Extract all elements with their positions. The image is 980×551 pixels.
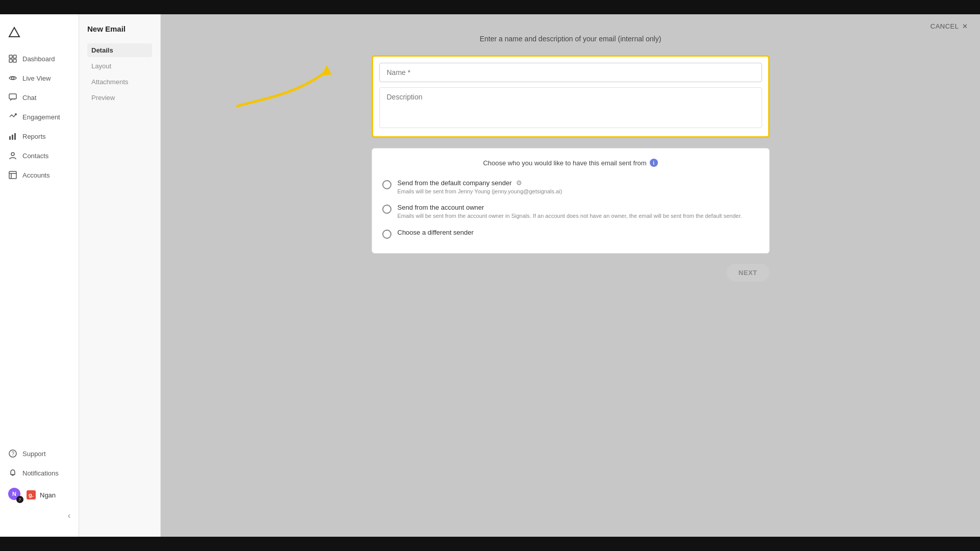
sidebar-bottom: ? Support Notifications N 7	[0, 444, 79, 529]
accounts-icon	[8, 170, 17, 180]
sidebar-item-support[interactable]: ? Support	[0, 444, 79, 463]
cancel-label: CANCEL	[930, 22, 959, 30]
next-button[interactable]: NEXT	[726, 264, 770, 282]
svg-rect-10	[14, 133, 16, 140]
panel-steps: Details Layout Attachments Preview	[87, 43, 152, 105]
sidebar-item-contacts[interactable]: Contacts	[0, 146, 79, 165]
radio-circle-different	[382, 230, 391, 239]
sender-subtitle: Choose who you would like to have this e…	[382, 159, 759, 167]
highlighted-box	[372, 55, 770, 138]
radio-circle-account-owner	[382, 205, 391, 214]
collapse-icon: ‹	[68, 511, 70, 520]
sidebar-label-live-view: Live View	[22, 74, 51, 82]
question-icon: ?	[8, 449, 17, 458]
sidebar-item-reports[interactable]: Reports	[0, 127, 79, 146]
name-input[interactable]	[379, 63, 762, 82]
chat-icon	[8, 93, 17, 102]
sidebar-label-engagement: Engagement	[22, 113, 60, 121]
sidebar-label-reports: Reports	[22, 133, 46, 140]
sidebar-item-dashboard[interactable]: Dashboard	[0, 49, 79, 68]
radio-desc-default: Emails will be sent from Jenny Young (je…	[398, 188, 562, 195]
step-layout[interactable]: Layout	[87, 59, 152, 73]
eye-icon	[8, 73, 17, 83]
radio-label-default: Send from the default company sender ⚙	[398, 179, 562, 187]
radio-label-account-owner: Send from the account owner	[398, 204, 742, 211]
svg-point-5	[12, 77, 14, 80]
sidebar-label-notifications: Notifications	[22, 469, 59, 477]
next-btn-row: NEXT	[372, 264, 770, 282]
step-attachments[interactable]: Attachments	[87, 75, 152, 89]
avatar-badge: 7	[16, 496, 23, 503]
svg-rect-4	[13, 59, 16, 62]
cancel-button[interactable]: CANCEL ✕	[930, 22, 968, 30]
sidebar-item-notifications[interactable]: Notifications	[0, 463, 79, 483]
form-area: Enter a name and description of your ema…	[372, 35, 770, 282]
cancel-icon: ✕	[962, 22, 968, 30]
svg-rect-9	[12, 135, 13, 140]
user-name: Ngan	[40, 491, 56, 499]
radio-label-group-different: Choose a different sender	[398, 229, 474, 236]
logo[interactable]	[0, 22, 79, 49]
sender-section: Choose who you would like to have this e…	[372, 148, 770, 254]
radio-account-owner[interactable]: Send from the account owner Emails will …	[382, 199, 759, 224]
top-bar	[0, 0, 980, 14]
dashboard-icon	[8, 54, 17, 63]
svg-point-11	[11, 153, 14, 156]
sidebar-label-accounts: Accounts	[22, 171, 50, 179]
main-content: CANCEL ✕ Enter a name and description of…	[161, 14, 980, 537]
sidebar-label-dashboard: Dashboard	[22, 55, 55, 63]
svg-rect-12	[9, 171, 16, 179]
radio-different-sender[interactable]: Choose a different sender	[382, 224, 759, 243]
svg-rect-1	[9, 55, 12, 58]
step-details[interactable]: Details	[87, 43, 152, 57]
radio-label-group-default: Send from the default company sender ⚙ E…	[398, 179, 562, 195]
svg-marker-0	[9, 28, 19, 37]
gear-icon[interactable]: ⚙	[516, 179, 522, 187]
sidebar-item-engagement[interactable]: Engagement	[0, 107, 79, 127]
svg-rect-3	[9, 59, 12, 62]
sidebar-item-live-view[interactable]: Live View	[0, 68, 79, 88]
avatar-wrapper: N 7	[8, 488, 22, 502]
svg-rect-8	[9, 136, 11, 140]
radio-label-different: Choose a different sender	[398, 229, 474, 236]
user-avatar-section[interactable]: N 7 g. Ngan	[0, 483, 79, 507]
g-letter: g.	[27, 490, 36, 499]
sidebar-label-support: Support	[22, 450, 46, 458]
contacts-icon	[8, 151, 17, 160]
svg-rect-6	[9, 94, 16, 99]
panel-title: New Email	[87, 24, 152, 33]
form-subtitle: Enter a name and description of your ema…	[480, 35, 662, 43]
sidebar-nav: Dashboard Live View Ch	[0, 49, 79, 444]
bar-chart-icon	[8, 132, 17, 141]
info-icon[interactable]: i	[650, 159, 658, 167]
svg-text:?: ?	[12, 451, 15, 457]
sidebar-item-chat[interactable]: Chat	[0, 88, 79, 107]
svg-rect-2	[13, 55, 16, 58]
radio-label-group-account-owner: Send from the account owner Emails will …	[398, 204, 742, 220]
secondary-panel: New Email Details Layout Attachments Pre…	[79, 14, 161, 537]
sidebar-item-accounts[interactable]: Accounts	[0, 165, 79, 185]
radio-desc-account-owner: Emails will be sent from the account own…	[398, 212, 742, 220]
description-textarea[interactable]	[379, 87, 762, 128]
step-preview[interactable]: Preview	[87, 91, 152, 105]
bottom-bar	[0, 537, 980, 551]
sidebar-label-contacts: Contacts	[22, 152, 48, 160]
bell-icon	[8, 468, 17, 478]
radio-default-sender[interactable]: Send from the default company sender ⚙ E…	[382, 175, 759, 199]
sidebar-label-chat: Chat	[22, 94, 36, 102]
svg-point-7	[15, 113, 17, 115]
collapse-button[interactable]: ‹	[0, 507, 79, 524]
engagement-icon	[8, 112, 17, 121]
sidebar: Dashboard Live View Ch	[0, 14, 79, 537]
radio-circle-default	[382, 180, 391, 189]
